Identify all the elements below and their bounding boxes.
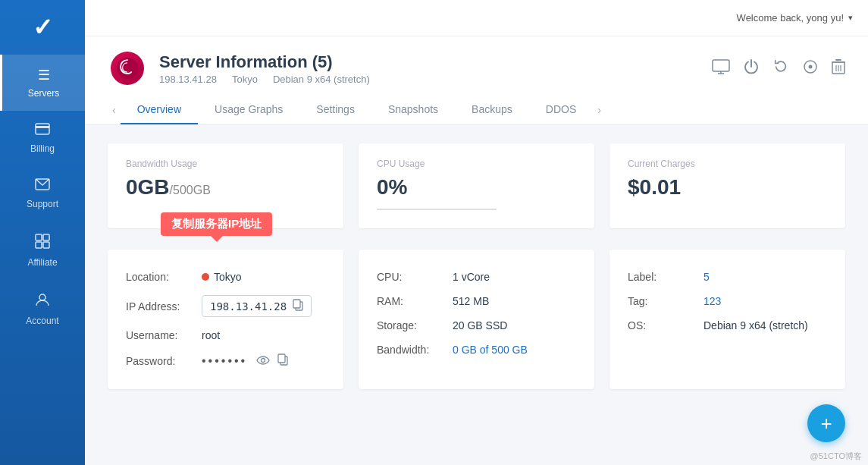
sidebar-item-support[interactable]: Support <box>0 166 85 222</box>
label-key: Label: <box>628 271 703 283</box>
location-line: Location: Tokyo <box>126 265 325 289</box>
location-key: Location: <box>126 271 202 283</box>
bandwidth-line: Bandwidth: 0 GB of 500 GB <box>377 338 576 362</box>
debian-icon <box>111 52 144 85</box>
main-content: Welcome back, yong yu! ▾ Server Infor <box>85 0 868 465</box>
server-actions <box>712 58 845 79</box>
sidebar-item-servers[interactable]: ☰ Servers <box>0 55 85 111</box>
tab-chevron-left[interactable]: ‹ <box>108 98 121 122</box>
tabs: ‹ Overview Usage Graphs Settings Snapsho… <box>108 96 845 124</box>
sidebar-item-account[interactable]: Account <box>0 280 85 338</box>
svg-rect-0 <box>36 124 49 134</box>
server-header: Server Information (5) 198.13.41.28 Toky… <box>85 36 868 125</box>
refresh-icon[interactable] <box>772 59 789 78</box>
tab-chevron-right[interactable]: › <box>593 98 606 122</box>
svg-rect-21 <box>293 300 300 308</box>
servers-icon: ☰ <box>38 67 50 83</box>
cpu-usage-label: CPU Usage <box>377 159 576 169</box>
svg-point-22 <box>262 358 265 362</box>
sidebar-item-billing[interactable]: Billing <box>0 111 85 166</box>
server-title-left: Server Information (5) 198.13.41.28 Toky… <box>108 49 370 88</box>
cpu-key: CPU: <box>377 271 453 283</box>
svg-rect-24 <box>278 354 285 363</box>
server-title: Server Information (5) <box>159 52 370 72</box>
content-area: Bandwidth Usage 0GB/500GB CPU Usage 0% C… <box>85 125 868 465</box>
bandwidth-value: 0GB/500GB <box>126 175 325 200</box>
charges-label: Current Charges <box>628 159 827 169</box>
svg-rect-5 <box>36 242 42 248</box>
ip-text: 198.13.41.28 <box>210 300 287 313</box>
monitor-icon[interactable] <box>712 59 730 78</box>
ip-box: 198.13.41.28 <box>202 295 312 317</box>
sidebar-item-label-servers: Servers <box>28 88 59 99</box>
ram-val: 512 MB <box>453 295 489 307</box>
label-val: 5 <box>703 271 710 283</box>
os-key: OS: <box>628 319 703 331</box>
server-details-right: Label: 5 Tag: 123 OS: Debian 9 x64 (stre… <box>609 250 845 389</box>
power-icon[interactable] <box>744 58 759 79</box>
cpu-line: CPU: 1 vCore <box>377 265 576 289</box>
server-ip: 198.13.41.28 <box>159 74 217 85</box>
svg-rect-3 <box>36 234 42 240</box>
username-value: root <box>202 329 220 341</box>
ip-value: 198.13.41.28 <box>202 295 312 317</box>
bandwidth-label: Bandwidth Usage <box>126 159 325 169</box>
cpu-card: CPU Usage 0% <box>359 143 594 228</box>
storage-val: 20 GB SSD <box>453 319 507 331</box>
stats-row: Bandwidth Usage 0GB/500GB CPU Usage 0% C… <box>108 143 845 228</box>
tab-usage-graphs[interactable]: Usage Graphs <box>198 96 299 124</box>
charges-card: Current Charges $0.01 <box>609 143 845 228</box>
sidebar-item-label-billing: Billing <box>30 143 55 154</box>
password-key: Password: <box>126 355 202 367</box>
sidebar-item-label-account: Account <box>26 316 58 326</box>
sidebar-item-affiliate[interactable]: Affiliate <box>0 222 85 280</box>
ram-line: RAM: 512 MB <box>377 289 576 313</box>
tab-settings[interactable]: Settings <box>299 96 371 124</box>
watermark: @51CTO博客 <box>810 451 862 462</box>
tag-val: 123 <box>703 295 721 307</box>
media-icon[interactable] <box>803 58 818 79</box>
show-password-icon[interactable] <box>256 355 270 367</box>
details-row: Location: Tokyo IP Address: 198.13.41.28 <box>108 250 845 389</box>
location-dot <box>202 273 209 281</box>
cpu-val: 1 vCore <box>453 271 490 283</box>
svg-rect-4 <box>43 234 49 240</box>
location-value: Tokyo <box>202 271 242 283</box>
username-line: Username: root <box>126 323 325 347</box>
bandwidth-val[interactable]: 0 GB of 500 GB <box>453 344 528 356</box>
svg-point-8 <box>117 58 138 79</box>
tab-ddos[interactable]: DDOS <box>529 96 593 124</box>
copy-ip-icon[interactable] <box>293 299 303 313</box>
sidebar-item-label-affiliate: Affiliate <box>27 257 57 268</box>
add-button[interactable]: + <box>807 404 845 442</box>
storage-key: Storage: <box>377 319 453 331</box>
label-line: Label: 5 <box>628 265 827 289</box>
welcome-message: Welcome back, yong yu! ▾ <box>737 12 853 24</box>
cpu-usage-value: 0% <box>377 175 576 200</box>
tab-overview[interactable]: Overview <box>121 96 198 124</box>
storage-line: Storage: 20 GB SSD <box>377 313 576 338</box>
affiliate-icon <box>35 234 50 253</box>
copy-password-icon[interactable] <box>277 353 288 368</box>
annotation-arrow <box>211 236 223 242</box>
delete-icon[interactable] <box>832 58 845 79</box>
logo: ✓ <box>33 8 53 55</box>
ip-line: IP Address: 198.13.41.28 <box>126 289 325 323</box>
svg-point-13 <box>809 64 813 68</box>
welcome-text: Welcome back, yong yu! <box>737 12 844 24</box>
server-meta: 198.13.41.28 Tokyo Debian 9 x64 (stretch… <box>159 74 370 85</box>
server-info: Server Information (5) 198.13.41.28 Toky… <box>159 52 370 85</box>
cpu-underline <box>377 209 497 210</box>
server-location: Tokyo <box>232 74 258 85</box>
password-value: ••••••• <box>202 353 288 368</box>
svg-rect-6 <box>43 242 49 248</box>
billing-icon <box>35 123 50 139</box>
ram-key: RAM: <box>377 295 453 307</box>
tab-backups[interactable]: Backups <box>455 96 529 124</box>
topbar: Welcome back, yong yu! ▾ <box>85 0 868 36</box>
svg-point-7 <box>39 294 45 300</box>
server-os: Debian 9 x64 (stretch) <box>273 74 370 85</box>
svg-rect-9 <box>713 60 729 71</box>
tab-snapshots[interactable]: Snapshots <box>371 96 455 124</box>
user-dropdown-icon[interactable]: ▾ <box>848 13 853 23</box>
